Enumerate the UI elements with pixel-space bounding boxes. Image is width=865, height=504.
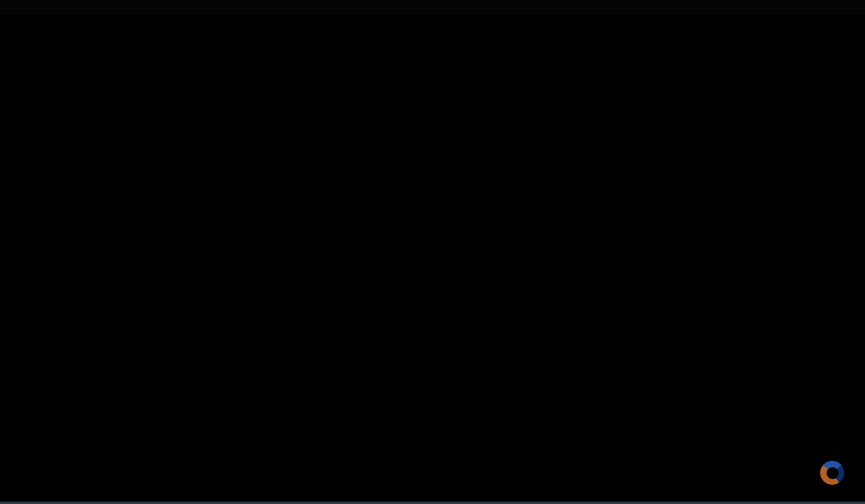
fx678-logo-center	[827, 467, 839, 479]
trading-terminal	[0, 0, 865, 504]
watermark	[820, 461, 854, 485]
price-macd-chart[interactable]	[0, 0, 865, 504]
fx678-logo-icon	[820, 461, 844, 485]
